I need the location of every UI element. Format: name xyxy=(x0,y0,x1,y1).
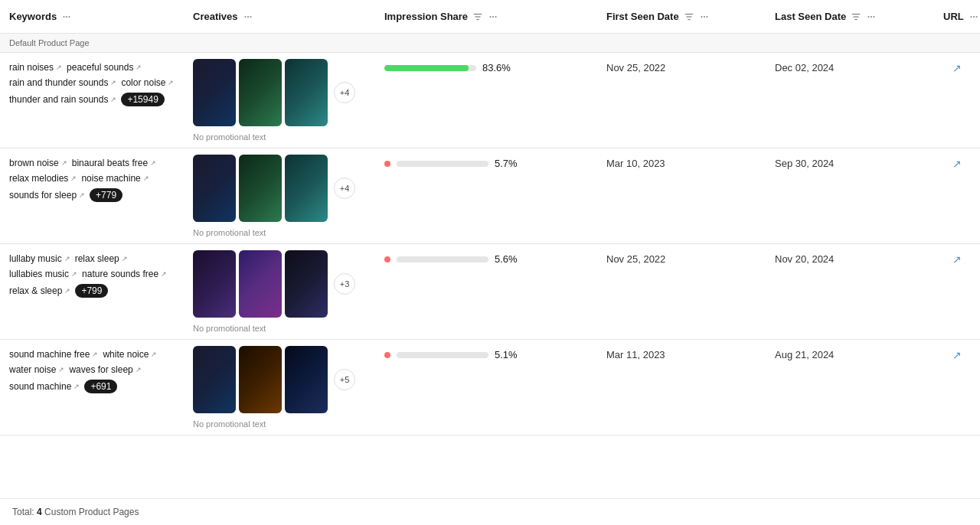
keyword-tag[interactable]: peaceful sounds ↗ xyxy=(67,62,142,73)
keyword-tag[interactable]: lullabies music ↗ xyxy=(9,269,77,279)
keyword-tag[interactable]: brown noise ↗ xyxy=(9,158,67,168)
ext-link-icon: ↗ xyxy=(64,255,70,262)
header-url: URL xyxy=(934,3,980,30)
ext-link-icon: ↗ xyxy=(136,366,142,373)
keywords-more-icon[interactable] xyxy=(61,11,72,22)
creatives-cell-4: +5 No promotional text xyxy=(184,340,375,435)
creative-thumb[interactable] xyxy=(193,59,236,126)
creative-thumb[interactable] xyxy=(285,346,328,413)
keyword-tag[interactable]: relax melodies ↗ xyxy=(9,173,77,184)
section-label: Default Product Page xyxy=(9,38,90,47)
impression-dot xyxy=(384,256,390,262)
url-link-icon[interactable]: ↗ xyxy=(952,349,962,361)
keyword-badge[interactable]: +779 xyxy=(90,188,122,202)
keyword-badge[interactable]: +15949 xyxy=(121,93,164,106)
creative-thumb[interactable] xyxy=(239,59,282,126)
keyword-tag[interactable]: relax sleep ↗ xyxy=(75,253,128,264)
svg-point-16 xyxy=(704,15,705,17)
keyword-tag[interactable]: sound machine free ↗ xyxy=(9,349,98,360)
last-seen-value: Dec 02, 2024 xyxy=(775,62,834,73)
keyword-tag[interactable]: lullaby music ↗ xyxy=(9,253,70,264)
first-seen-more-icon[interactable] xyxy=(699,11,710,22)
keyword-tag[interactable]: white noice ↗ xyxy=(103,349,157,360)
last-seen-filter-icon[interactable] xyxy=(851,11,861,22)
keyword-tag[interactable]: color noise ↗ xyxy=(121,77,174,88)
main-table: Keywords Creatives Impression Share Firs… xyxy=(0,0,980,525)
creative-thumb[interactable] xyxy=(239,250,282,318)
ext-link-icon: ↗ xyxy=(150,159,156,167)
svg-point-10 xyxy=(492,15,494,17)
last-seen-label: Last Seen Date xyxy=(775,11,846,22)
no-promo-text: No promotional text xyxy=(193,419,366,429)
creative-thumb[interactable] xyxy=(285,59,328,126)
creatives-more-icon[interactable] xyxy=(243,11,253,22)
keyword-tag[interactable]: binaural beats free ↗ xyxy=(72,158,156,168)
url-link-icon[interactable]: ↗ xyxy=(952,253,962,266)
last-seen-cell-1: Dec 02, 2024 xyxy=(766,53,934,83)
creative-thumb[interactable] xyxy=(193,346,236,413)
keyword-tag[interactable]: rain noises ↗ xyxy=(9,62,62,73)
ext-link-icon: ↗ xyxy=(56,64,62,71)
ext-link-icon: ↗ xyxy=(79,191,85,199)
last-seen-more-icon[interactable] xyxy=(866,11,877,22)
more-creatives-badge[interactable]: +4 xyxy=(334,178,355,199)
svg-point-2 xyxy=(69,15,70,17)
keyword-tag[interactable]: noise machine ↗ xyxy=(81,173,149,184)
more-creatives-badge[interactable]: +4 xyxy=(334,82,355,103)
keyword-tag[interactable]: sounds for sleep ↗ xyxy=(9,188,85,202)
url-more-icon[interactable] xyxy=(969,11,979,22)
creative-thumb[interactable] xyxy=(285,250,328,318)
creatives-cell-3: +3 No promotional text xyxy=(184,244,375,339)
progress-bar-bg xyxy=(397,161,488,167)
url-cell-2: ↗ xyxy=(934,148,980,179)
svg-point-0 xyxy=(64,15,65,17)
impression-value: 5.6% xyxy=(495,253,518,265)
ext-link-icon: ↗ xyxy=(64,287,70,295)
keyword-badge[interactable]: +691 xyxy=(84,380,117,393)
table-row: lullaby music ↗ relax sleep ↗ lullabies … xyxy=(0,244,980,340)
keyword-badge[interactable]: +799 xyxy=(75,284,108,298)
keyword-tag[interactable]: sound machine ↗ xyxy=(9,380,80,393)
keyword-tag[interactable]: relax & sleep ↗ xyxy=(9,284,70,298)
creatives-label: Creatives xyxy=(193,11,238,22)
creative-thumb[interactable] xyxy=(193,155,236,222)
impression-filter-icon[interactable] xyxy=(472,11,483,22)
keyword-tag[interactable]: thunder and rain sounds ↗ xyxy=(9,93,116,106)
svg-point-5 xyxy=(250,15,251,17)
first-seen-filter-icon[interactable] xyxy=(684,11,694,22)
svg-point-25 xyxy=(973,15,975,17)
creatives-images: +5 xyxy=(193,346,366,413)
first-seen-cell-1: Nov 25, 2022 xyxy=(597,53,766,83)
keywords-cell-4: sound machine free ↗ white noice ↗ water… xyxy=(0,340,184,403)
ext-link-icon: ↗ xyxy=(122,255,128,262)
ext-link-icon: ↗ xyxy=(70,174,77,182)
creative-thumb[interactable] xyxy=(285,155,328,222)
url-label: URL xyxy=(943,11,964,22)
footer-label: Total: xyxy=(12,507,34,517)
creative-thumb[interactable] xyxy=(239,155,282,222)
last-seen-cell-3: Nov 20, 2024 xyxy=(766,244,934,274)
impression-more-icon[interactable] xyxy=(488,11,498,22)
footer: Total: 4 Custom Product Pages xyxy=(0,498,980,525)
progress-bar-bg xyxy=(384,65,476,71)
svg-point-1 xyxy=(66,15,67,17)
url-link-icon[interactable]: ↗ xyxy=(952,158,962,170)
svg-point-21 xyxy=(868,15,870,17)
impression-cell-4: 5.1% xyxy=(375,340,597,370)
keyword-tag[interactable]: rain and thunder sounds ↗ xyxy=(9,77,116,88)
keyword-tag[interactable]: water noise ↗ xyxy=(9,364,64,375)
creative-thumb[interactable] xyxy=(193,250,236,318)
svg-point-15 xyxy=(701,15,702,17)
keyword-tag[interactable]: nature sounds free ↗ xyxy=(82,269,167,279)
url-link-icon[interactable]: ↗ xyxy=(952,62,962,74)
url-cell-3: ↗ xyxy=(934,244,980,275)
header-first-seen: First Seen Date xyxy=(597,3,766,30)
ext-link-icon: ↗ xyxy=(74,383,80,390)
creative-thumb[interactable] xyxy=(239,346,282,413)
more-creatives-badge[interactable]: +5 xyxy=(334,369,355,390)
more-creatives-badge[interactable]: +3 xyxy=(334,273,355,295)
creatives-cell-2: +4 No promotional text xyxy=(184,148,375,243)
creatives-images: +3 xyxy=(193,250,366,318)
keyword-tag[interactable]: waves for sleep ↗ xyxy=(69,364,141,375)
ext-link-icon: ↗ xyxy=(58,366,64,373)
